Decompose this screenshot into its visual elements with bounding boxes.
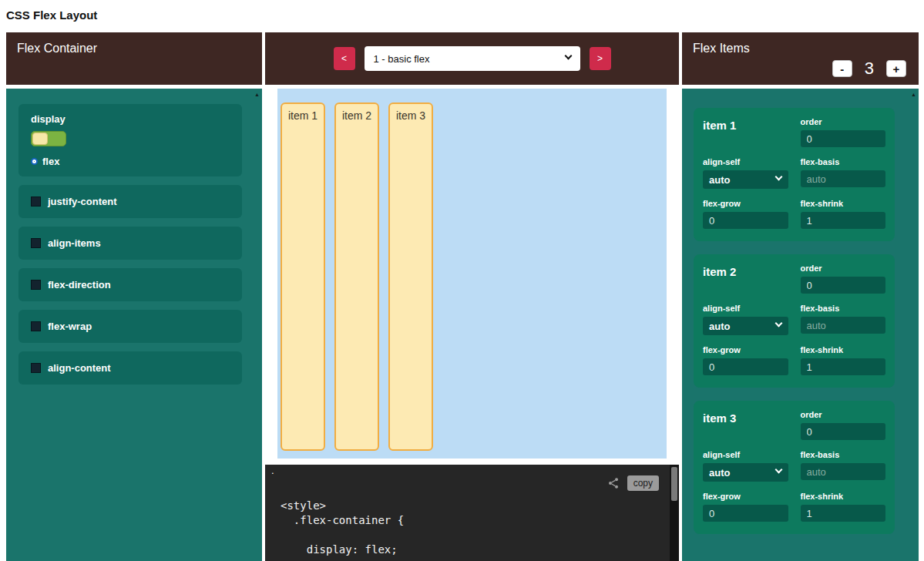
- order-field: order: [801, 410, 886, 440]
- toggle-knob-icon: [32, 133, 48, 145]
- flex-grow-label: flex-grow: [703, 345, 788, 354]
- item-card-2: item 2 order align-self auto flex-basis: [694, 254, 895, 388]
- align-self-select[interactable]: auto: [703, 463, 788, 482]
- flex-shrink-label: flex-shrink: [801, 199, 886, 208]
- item-name: item 1: [703, 117, 788, 147]
- flex-basis-input[interactable]: [801, 317, 886, 334]
- preview-item-1: item 1: [281, 102, 325, 451]
- example-select[interactable]: 1 - basic flex: [365, 46, 580, 71]
- flex-direction-label: flex-direction: [48, 279, 111, 291]
- align-self-field: align-self auto: [703, 450, 788, 482]
- order-field: order: [801, 117, 886, 147]
- flex-wrap-row[interactable]: flex-wrap: [31, 319, 230, 334]
- flex-items-body: ▲ item 1 order align-self auto: [682, 89, 919, 561]
- flex-basis-input[interactable]: [801, 463, 886, 480]
- flex-grow-input[interactable]: [703, 505, 788, 522]
- flex-wrap-checkbox[interactable]: [31, 321, 41, 331]
- flex-grow-field: flex-grow: [703, 492, 788, 522]
- page-title: CSS Flex Layout: [0, 0, 924, 32]
- justify-content-group: justify-content: [18, 185, 242, 218]
- next-example-button[interactable]: >: [590, 47, 611, 70]
- flex-shrink-field: flex-shrink: [801, 345, 886, 375]
- chevron-down-icon: [774, 173, 782, 181]
- code-dot: .: [271, 465, 274, 476]
- order-input[interactable]: [801, 423, 886, 440]
- copy-button[interactable]: copy: [627, 475, 659, 491]
- flex-direction-row[interactable]: flex-direction: [31, 277, 230, 292]
- chevron-down-icon: [774, 320, 782, 328]
- align-items-group: align-items: [18, 227, 242, 260]
- align-self-select[interactable]: auto: [703, 170, 788, 189]
- code-scrollbar[interactable]: [670, 465, 679, 561]
- flex-shrink-input[interactable]: [801, 212, 886, 229]
- flex-shrink-input[interactable]: [801, 505, 886, 522]
- chevron-down-icon: [774, 466, 782, 474]
- flex-radio[interactable]: [31, 158, 38, 165]
- align-self-select[interactable]: auto: [703, 317, 788, 335]
- scroll-up-icon[interactable]: ▲: [254, 92, 260, 97]
- flex-grow-input[interactable]: [703, 358, 788, 375]
- code-line: display: flex;: [281, 543, 679, 557]
- remove-item-button[interactable]: -: [832, 60, 852, 77]
- flex-direction-checkbox[interactable]: [31, 280, 41, 290]
- code-tools: copy: [607, 475, 659, 491]
- order-input[interactable]: [801, 277, 886, 294]
- align-content-row[interactable]: align-content: [31, 361, 230, 375]
- justify-content-label: justify-content: [48, 196, 117, 207]
- align-self-field: align-self auto: [703, 304, 788, 335]
- preview-column: < 1 - basic flex > item 1 item 2 item 3 …: [265, 32, 679, 561]
- align-items-row[interactable]: align-items: [31, 236, 230, 250]
- preview-item-2: item 2: [334, 102, 379, 451]
- order-label: order: [801, 264, 886, 273]
- align-self-value: auto: [709, 467, 730, 479]
- align-content-checkbox[interactable]: [31, 363, 41, 373]
- scrollbar-thumb[interactable]: [671, 467, 677, 501]
- justify-content-checkbox[interactable]: [31, 197, 41, 207]
- flex-radio-row[interactable]: flex: [31, 156, 230, 167]
- flex-basis-label: flex-basis: [801, 304, 886, 313]
- display-toggle[interactable]: [31, 131, 66, 146]
- display-label: display: [31, 113, 230, 125]
- flex-items-panel: Flex Items - 3 + ▲ item 1 order align-se…: [682, 32, 919, 561]
- flex-items-header: Flex Items - 3 +: [682, 32, 919, 85]
- add-item-button[interactable]: +: [886, 60, 906, 77]
- flex-shrink-label: flex-shrink: [801, 345, 886, 354]
- align-self-value: auto: [709, 321, 730, 332]
- flex-container-body: ▲ display flex justify-content: [6, 89, 262, 561]
- flex-basis-label: flex-basis: [801, 157, 886, 166]
- order-field: order: [801, 264, 886, 294]
- justify-content-row[interactable]: justify-content: [31, 194, 230, 209]
- prev-example-button[interactable]: <: [334, 47, 355, 70]
- flex-grow-field: flex-grow: [703, 345, 788, 375]
- flex-wrap-label: flex-wrap: [48, 321, 92, 332]
- align-items-label: align-items: [48, 237, 101, 249]
- scroll-up-icon[interactable]: ▲: [911, 92, 916, 97]
- flex-shrink-field: flex-shrink: [801, 492, 886, 522]
- item-card-1: item 1 order align-self auto flex-basis: [694, 108, 895, 241]
- order-input[interactable]: [801, 130, 886, 147]
- flex-shrink-field: flex-shrink: [801, 199, 886, 229]
- align-self-field: align-self auto: [703, 157, 788, 189]
- flex-grow-field: flex-grow: [703, 199, 788, 229]
- share-icon[interactable]: [607, 477, 620, 489]
- flex-radio-label: flex: [42, 156, 59, 167]
- flex-grow-input[interactable]: [703, 212, 788, 229]
- code-line: .flex-container {: [281, 513, 679, 528]
- flex-basis-field: flex-basis: [801, 450, 886, 482]
- flex-shrink-label: flex-shrink: [801, 492, 886, 501]
- flex-basis-input[interactable]: [801, 170, 886, 187]
- align-self-label: align-self: [703, 157, 788, 166]
- item-name: item 3: [703, 410, 788, 440]
- align-items-checkbox[interactable]: [31, 238, 41, 248]
- align-self-value: auto: [709, 174, 730, 186]
- example-select-value: 1 - basic flex: [374, 53, 430, 65]
- flex-grow-label: flex-grow: [703, 199, 788, 208]
- order-label: order: [801, 410, 886, 419]
- align-self-label: align-self: [703, 304, 788, 313]
- flex-preview-container: item 1 item 2 item 3: [277, 89, 667, 459]
- chevron-down-icon: [564, 52, 572, 60]
- code-line: [281, 528, 679, 543]
- item-card-3: item 3 order align-self auto flex-basis: [694, 401, 895, 534]
- flex-shrink-input[interactable]: [801, 358, 886, 375]
- flex-basis-field: flex-basis: [801, 304, 886, 335]
